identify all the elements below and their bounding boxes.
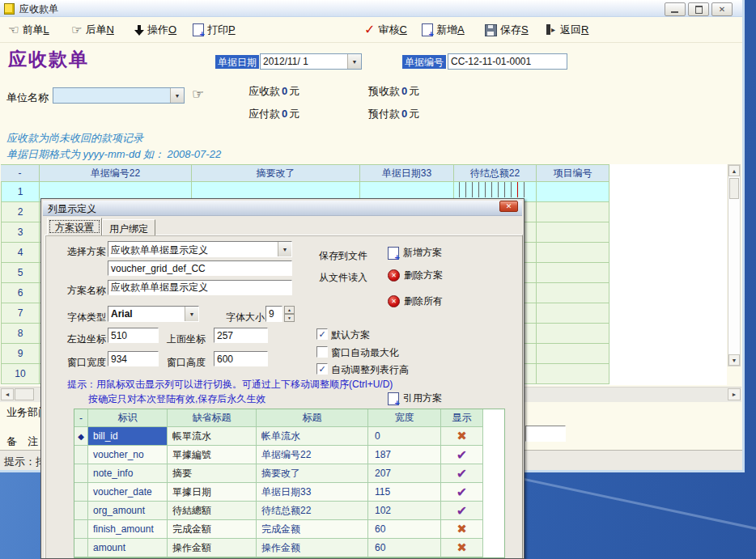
grid-cell[interactable]: [537, 324, 609, 344]
left-coord-input[interactable]: 510: [108, 328, 159, 343]
grid-cell[interactable]: [537, 344, 609, 364]
unit-combobox[interactable]: ▼: [53, 87, 185, 104]
col-title-cell[interactable]: 待结总额22: [257, 502, 368, 520]
grid-cell[interactable]: [537, 303, 609, 324]
dialog-table-header[interactable]: 标题: [257, 409, 368, 427]
col-id-cell[interactable]: voucher_date: [88, 483, 168, 502]
auto-maximize-checkbox[interactable]: [316, 346, 328, 358]
scroll-left-icon[interactable]: ◄: [1, 388, 14, 400]
col-title-cell[interactable]: 完成金额: [257, 520, 368, 539]
row-marker[interactable]: ◆: [74, 427, 88, 446]
show-check-icon[interactable]: ✔: [441, 502, 483, 520]
scheme-name-input[interactable]: 应收款单单据显示定义: [108, 280, 292, 295]
grid-column-header[interactable]: 单据日期33: [360, 164, 454, 182]
show-cross-icon[interactable]: ✖: [441, 520, 483, 539]
toolbar-new-button[interactable]: 新增A: [422, 23, 465, 37]
col-id-cell[interactable]: org_amount: [88, 502, 168, 520]
grid-column-header[interactable]: 待结总额22: [454, 164, 537, 182]
window-titlebar[interactable]: 应收款单 ✕: [0, 0, 742, 17]
chevron-down-icon[interactable]: ▼: [170, 88, 184, 103]
font-size-stepper[interactable]: ▲ ▼: [284, 306, 295, 322]
dialog-close-button[interactable]: ✕: [499, 201, 518, 212]
delete-all-button[interactable]: ✕ 删除所有: [388, 294, 443, 308]
col-title-cell[interactable]: 单据日期33: [257, 483, 368, 502]
row-marker[interactable]: [74, 464, 88, 483]
row-marker[interactable]: [74, 483, 88, 502]
col-width-cell[interactable]: 102: [368, 502, 441, 520]
grid-cell[interactable]: [537, 243, 609, 263]
col-default-title-cell[interactable]: 摘要: [168, 464, 257, 483]
dialog-table-header[interactable]: -: [74, 409, 88, 427]
toolbar-print-button[interactable]: 打印P: [193, 23, 236, 37]
col-title-cell[interactable]: 帐单流水: [257, 427, 368, 446]
show-check-icon[interactable]: ✔: [441, 446, 483, 464]
grid-row-number[interactable]: 4: [1, 243, 40, 263]
grid-row-number[interactable]: 1: [1, 182, 40, 202]
toolbar-return-button[interactable]: 返回R: [546, 23, 588, 37]
col-default-title-cell[interactable]: 待結總額: [168, 502, 257, 520]
col-default-title-cell[interactable]: 完成金額: [168, 520, 257, 539]
col-width-cell[interactable]: 187: [368, 446, 441, 464]
grid-cell[interactable]: [537, 283, 609, 303]
col-title-cell[interactable]: 单据编号22: [257, 446, 368, 464]
dialog-table-header[interactable]: 显示: [441, 409, 483, 427]
grid-cell[interactable]: [537, 263, 609, 283]
top-coord-input[interactable]: 257: [214, 328, 268, 343]
spin-down-icon[interactable]: ▼: [284, 314, 295, 322]
col-id-cell[interactable]: note_info: [88, 464, 168, 483]
default-scheme-checkbox[interactable]: ✓: [316, 328, 328, 340]
col-id-cell[interactable]: finish_amount: [88, 520, 168, 539]
grid-column-header[interactable]: 摘要改了: [192, 164, 360, 182]
row-marker[interactable]: [74, 502, 88, 520]
col-default-title-cell[interactable]: 操作金額: [168, 539, 257, 557]
show-check-icon[interactable]: ✔: [441, 464, 483, 483]
tab-scheme-settings[interactable]: 方案设置: [47, 218, 102, 235]
scroll-right-icon[interactable]: ►: [728, 388, 741, 400]
col-width-cell[interactable]: 0: [368, 427, 441, 446]
chevron-down-icon[interactable]: ▼: [278, 242, 291, 256]
grid-column-header[interactable]: 单据编号22: [40, 164, 192, 182]
font-size-input[interactable]: 9: [265, 306, 282, 322]
row-marker[interactable]: [74, 446, 88, 464]
dialog-table-header[interactable]: 宽度: [368, 409, 441, 427]
col-default-title-cell[interactable]: 單據日期: [168, 483, 257, 502]
apply-scheme-button[interactable]: 引用方案: [388, 392, 442, 405]
grid-row-number[interactable]: 10: [1, 364, 40, 384]
lookup-hand-icon[interactable]: ☞: [192, 89, 204, 100]
grid-row-number[interactable]: 3: [1, 222, 40, 243]
col-title-cell[interactable]: 操作金额: [257, 539, 368, 557]
col-width-cell[interactable]: 60: [368, 520, 441, 539]
restore-button[interactable]: [688, 2, 709, 16]
grid-column-header[interactable]: 项目编号: [537, 164, 609, 182]
tab-user-binding[interactable]: 用户绑定: [102, 219, 155, 235]
grid-row-number[interactable]: 6: [1, 283, 40, 303]
dialog-table-header[interactable]: 标识: [88, 409, 168, 427]
toolbar-audit-button[interactable]: ✓ 审核C: [364, 23, 407, 37]
chevron-down-icon[interactable]: ▼: [185, 307, 198, 321]
close-button[interactable]: ✕: [711, 2, 733, 16]
hscroll-thumb[interactable]: [15, 388, 34, 400]
add-scheme-button[interactable]: 新增方案: [388, 246, 442, 260]
col-id-cell[interactable]: voucher_no: [88, 446, 168, 464]
grid-cell[interactable]: [537, 222, 609, 243]
auto-row-height-checkbox[interactable]: ✓: [316, 363, 328, 375]
scroll-down-icon[interactable]: ▼: [728, 354, 740, 366]
spin-up-icon[interactable]: ▲: [284, 306, 295, 314]
show-check-icon[interactable]: ✔: [441, 483, 483, 502]
col-id-cell[interactable]: bill_id: [88, 427, 168, 446]
grid-row-number[interactable]: 7: [1, 303, 40, 324]
minimize-button[interactable]: [665, 2, 686, 16]
grid-corner-header[interactable]: -: [1, 164, 40, 182]
col-default-title-cell[interactable]: 帳單流水: [168, 427, 257, 446]
vertical-scrollbar[interactable]: ▲ ▼: [728, 164, 741, 366]
chevron-down-icon[interactable]: ▼: [347, 54, 361, 69]
toolbar-save-button[interactable]: 保存S: [485, 23, 529, 37]
scroll-up-icon[interactable]: ▲: [728, 165, 740, 176]
scheme-select-combobox[interactable]: 应收款单单据显示定义 ▼: [108, 241, 292, 257]
row-marker[interactable]: [74, 520, 88, 539]
date-combobox[interactable]: 2012/11/ 1 ▼: [260, 53, 362, 70]
col-width-cell[interactable]: 207: [368, 464, 441, 483]
grid-cell[interactable]: [537, 364, 609, 384]
grid-row-number[interactable]: 8: [1, 324, 40, 344]
grid-row-number[interactable]: 2: [1, 202, 40, 222]
